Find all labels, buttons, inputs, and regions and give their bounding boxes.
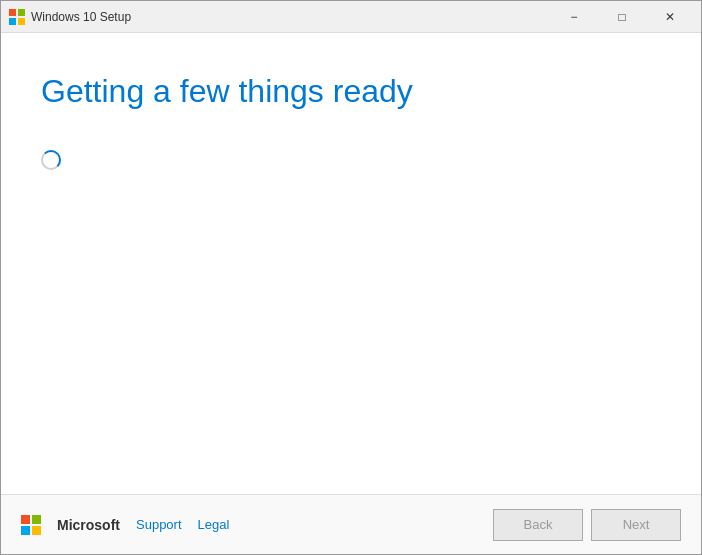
back-button[interactable]: Back — [493, 509, 583, 541]
window-title: Windows 10 Setup — [31, 10, 131, 24]
logo-square-red — [21, 515, 30, 524]
minimize-button[interactable]: − — [551, 1, 597, 33]
windows-setup-icon — [9, 9, 25, 25]
svg-rect-3 — [18, 18, 25, 25]
logo-square-green — [32, 515, 41, 524]
footer-left: Microsoft Support Legal — [21, 515, 493, 535]
legal-link[interactable]: Legal — [198, 517, 230, 532]
app-window: Windows 10 Setup − □ ✕ Getting a few thi… — [0, 0, 702, 555]
support-link[interactable]: Support — [136, 517, 182, 532]
footer: Microsoft Support Legal Back Next — [1, 494, 701, 554]
maximize-button[interactable]: □ — [599, 1, 645, 33]
next-button[interactable]: Next — [591, 509, 681, 541]
footer-right: Back Next — [493, 509, 681, 541]
close-button[interactable]: ✕ — [647, 1, 693, 33]
microsoft-logo — [21, 515, 41, 535]
logo-square-yellow — [32, 526, 41, 535]
svg-rect-1 — [18, 9, 25, 16]
brand-label: Microsoft — [57, 517, 120, 533]
loading-spinner — [41, 150, 61, 170]
title-bar-left: Windows 10 Setup — [9, 9, 131, 25]
svg-rect-0 — [9, 9, 16, 16]
title-bar: Windows 10 Setup − □ ✕ — [1, 1, 701, 33]
spinner-container — [41, 150, 661, 174]
logo-square-blue — [21, 526, 30, 535]
main-content: Getting a few things ready — [1, 33, 701, 494]
svg-rect-2 — [9, 18, 16, 25]
page-title: Getting a few things ready — [41, 73, 661, 110]
title-bar-buttons: − □ ✕ — [551, 1, 693, 33]
